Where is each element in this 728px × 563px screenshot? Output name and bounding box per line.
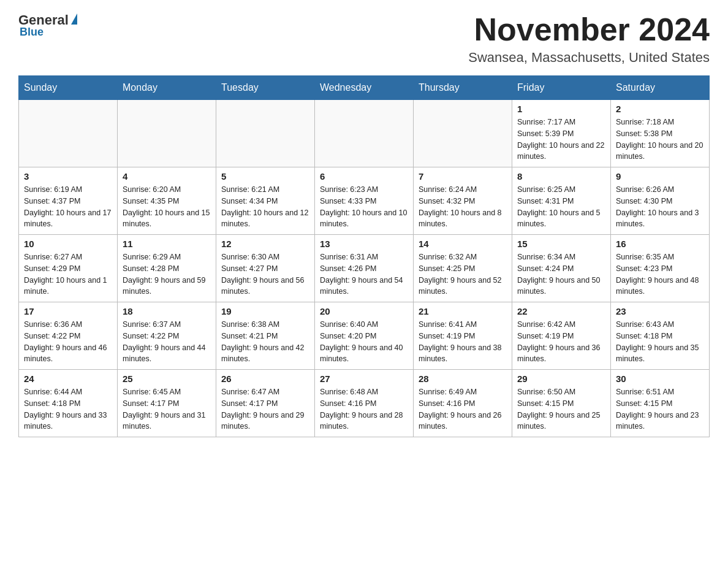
calendar-cell: 6Sunrise: 6:23 AM Sunset: 4:33 PM Daylig… <box>315 167 414 235</box>
calendar-cell: 25Sunrise: 6:45 AM Sunset: 4:17 PM Dayli… <box>118 370 216 437</box>
day-info: Sunrise: 6:30 AM Sunset: 4:27 PM Dayligh… <box>221 251 309 297</box>
day-number: 10 <box>24 239 112 249</box>
day-number: 22 <box>517 306 605 316</box>
day-info: Sunrise: 6:19 AM Sunset: 4:37 PM Dayligh… <box>24 184 112 230</box>
month-title: November 2024 <box>468 12 710 47</box>
day-info: Sunrise: 6:20 AM Sunset: 4:35 PM Dayligh… <box>123 184 211 230</box>
day-number: 12 <box>221 239 309 249</box>
day-number: 17 <box>24 306 112 316</box>
day-info: Sunrise: 6:43 AM Sunset: 4:18 PM Dayligh… <box>616 319 704 365</box>
title-area: November 2024 Swansea, Massachusetts, Un… <box>468 12 710 66</box>
day-number: 21 <box>419 306 507 316</box>
calendar-cell: 26Sunrise: 6:47 AM Sunset: 4:17 PM Dayli… <box>216 370 315 437</box>
calendar-cell <box>216 100 315 167</box>
day-info: Sunrise: 6:24 AM Sunset: 4:32 PM Dayligh… <box>419 184 507 230</box>
day-number: 19 <box>221 306 309 316</box>
calendar-week-row: 3Sunrise: 6:19 AM Sunset: 4:37 PM Daylig… <box>19 167 710 235</box>
day-number: 18 <box>123 306 211 316</box>
day-info: Sunrise: 6:50 AM Sunset: 4:15 PM Dayligh… <box>517 386 605 432</box>
day-number: 20 <box>320 306 408 316</box>
weekday-header-wednesday: Wednesday <box>315 76 414 100</box>
calendar-cell <box>315 100 414 167</box>
day-info: Sunrise: 6:36 AM Sunset: 4:22 PM Dayligh… <box>24 319 112 365</box>
day-number: 27 <box>320 373 408 384</box>
day-number: 13 <box>320 239 408 249</box>
day-info: Sunrise: 7:18 AM Sunset: 5:38 PM Dayligh… <box>616 117 704 163</box>
calendar-cell <box>414 100 512 167</box>
calendar-cell: 22Sunrise: 6:42 AM Sunset: 4:19 PM Dayli… <box>512 302 611 370</box>
weekday-header-friday: Friday <box>512 76 611 100</box>
calendar-cell: 20Sunrise: 6:40 AM Sunset: 4:20 PM Dayli… <box>315 302 414 370</box>
day-number: 23 <box>616 306 704 316</box>
weekday-header-row: SundayMondayTuesdayWednesdayThursdayFrid… <box>19 76 710 100</box>
day-number: 8 <box>517 171 605 182</box>
calendar-cell <box>118 100 216 167</box>
calendar-cell: 24Sunrise: 6:44 AM Sunset: 4:18 PM Dayli… <box>19 370 118 437</box>
weekday-header-sunday: Sunday <box>19 76 118 100</box>
day-number: 28 <box>419 373 507 384</box>
day-info: Sunrise: 6:45 AM Sunset: 4:17 PM Dayligh… <box>123 386 211 432</box>
day-info: Sunrise: 6:44 AM Sunset: 4:18 PM Dayligh… <box>24 386 112 432</box>
calendar-cell: 28Sunrise: 6:49 AM Sunset: 4:16 PM Dayli… <box>414 370 512 437</box>
day-info: Sunrise: 6:31 AM Sunset: 4:26 PM Dayligh… <box>320 251 408 297</box>
calendar-cell: 3Sunrise: 6:19 AM Sunset: 4:37 PM Daylig… <box>19 167 118 235</box>
calendar-cell: 23Sunrise: 6:43 AM Sunset: 4:18 PM Dayli… <box>611 302 710 370</box>
day-info: Sunrise: 6:23 AM Sunset: 4:33 PM Dayligh… <box>320 184 408 230</box>
calendar-cell: 12Sunrise: 6:30 AM Sunset: 4:27 PM Dayli… <box>216 235 315 302</box>
calendar-cell: 13Sunrise: 6:31 AM Sunset: 4:26 PM Dayli… <box>315 235 414 302</box>
calendar-cell: 4Sunrise: 6:20 AM Sunset: 4:35 PM Daylig… <box>118 167 216 235</box>
day-info: Sunrise: 6:38 AM Sunset: 4:21 PM Dayligh… <box>221 319 309 365</box>
calendar-cell: 10Sunrise: 6:27 AM Sunset: 4:29 PM Dayli… <box>19 235 118 302</box>
day-info: Sunrise: 6:25 AM Sunset: 4:31 PM Dayligh… <box>517 184 605 230</box>
day-number: 16 <box>616 239 704 249</box>
day-info: Sunrise: 6:26 AM Sunset: 4:30 PM Dayligh… <box>616 184 704 230</box>
calendar-cell: 17Sunrise: 6:36 AM Sunset: 4:22 PM Dayli… <box>19 302 118 370</box>
calendar-cell: 29Sunrise: 6:50 AM Sunset: 4:15 PM Dayli… <box>512 370 611 437</box>
day-info: Sunrise: 6:35 AM Sunset: 4:23 PM Dayligh… <box>616 251 704 297</box>
calendar-cell: 5Sunrise: 6:21 AM Sunset: 4:34 PM Daylig… <box>216 167 315 235</box>
day-number: 25 <box>123 373 211 384</box>
day-number: 2 <box>616 104 704 114</box>
day-info: Sunrise: 6:49 AM Sunset: 4:16 PM Dayligh… <box>419 386 507 432</box>
calendar-cell: 11Sunrise: 6:29 AM Sunset: 4:28 PM Dayli… <box>118 235 216 302</box>
calendar-cell: 19Sunrise: 6:38 AM Sunset: 4:21 PM Dayli… <box>216 302 315 370</box>
calendar-cell <box>19 100 118 167</box>
calendar-cell: 14Sunrise: 6:32 AM Sunset: 4:25 PM Dayli… <box>414 235 512 302</box>
day-number: 5 <box>221 171 309 182</box>
logo-triangle-icon <box>71 13 77 25</box>
day-number: 24 <box>24 373 112 384</box>
calendar-week-row: 10Sunrise: 6:27 AM Sunset: 4:29 PM Dayli… <box>19 235 710 302</box>
day-number: 4 <box>123 171 211 182</box>
calendar-cell: 8Sunrise: 6:25 AM Sunset: 4:31 PM Daylig… <box>512 167 611 235</box>
logo-blue: Blue <box>20 26 44 39</box>
calendar-cell: 1Sunrise: 7:17 AM Sunset: 5:39 PM Daylig… <box>512 100 611 167</box>
day-number: 15 <box>517 239 605 249</box>
day-number: 29 <box>517 373 605 384</box>
weekday-header-monday: Monday <box>118 76 216 100</box>
calendar-cell: 27Sunrise: 6:48 AM Sunset: 4:16 PM Dayli… <box>315 370 414 437</box>
day-info: Sunrise: 6:41 AM Sunset: 4:19 PM Dayligh… <box>419 319 507 365</box>
day-info: Sunrise: 6:37 AM Sunset: 4:22 PM Dayligh… <box>123 319 211 365</box>
day-number: 1 <box>517 104 605 114</box>
calendar-table: SundayMondayTuesdayWednesdayThursdayFrid… <box>18 75 710 437</box>
day-info: Sunrise: 6:40 AM Sunset: 4:20 PM Dayligh… <box>320 319 408 365</box>
calendar-cell: 18Sunrise: 6:37 AM Sunset: 4:22 PM Dayli… <box>118 302 216 370</box>
calendar-cell: 30Sunrise: 6:51 AM Sunset: 4:15 PM Dayli… <box>611 370 710 437</box>
day-number: 3 <box>24 171 112 182</box>
calendar-cell: 21Sunrise: 6:41 AM Sunset: 4:19 PM Dayli… <box>414 302 512 370</box>
calendar-week-row: 17Sunrise: 6:36 AM Sunset: 4:22 PM Dayli… <box>19 302 710 370</box>
day-number: 11 <box>123 239 211 249</box>
calendar-cell: 7Sunrise: 6:24 AM Sunset: 4:32 PM Daylig… <box>414 167 512 235</box>
weekday-header-thursday: Thursday <box>414 76 512 100</box>
day-number: 7 <box>419 171 507 182</box>
weekday-header-saturday: Saturday <box>611 76 710 100</box>
day-info: Sunrise: 6:48 AM Sunset: 4:16 PM Dayligh… <box>320 386 408 432</box>
day-info: Sunrise: 6:34 AM Sunset: 4:24 PM Dayligh… <box>517 251 605 297</box>
location-title: Swansea, Massachusetts, United States <box>468 50 710 66</box>
day-number: 14 <box>419 239 507 249</box>
day-info: Sunrise: 6:32 AM Sunset: 4:25 PM Dayligh… <box>419 251 507 297</box>
page-header: General Blue November 2024 Swansea, Mass… <box>18 12 710 66</box>
calendar-cell: 9Sunrise: 6:26 AM Sunset: 4:30 PM Daylig… <box>611 167 710 235</box>
logo: General Blue <box>18 12 77 39</box>
calendar-cell: 2Sunrise: 7:18 AM Sunset: 5:38 PM Daylig… <box>611 100 710 167</box>
